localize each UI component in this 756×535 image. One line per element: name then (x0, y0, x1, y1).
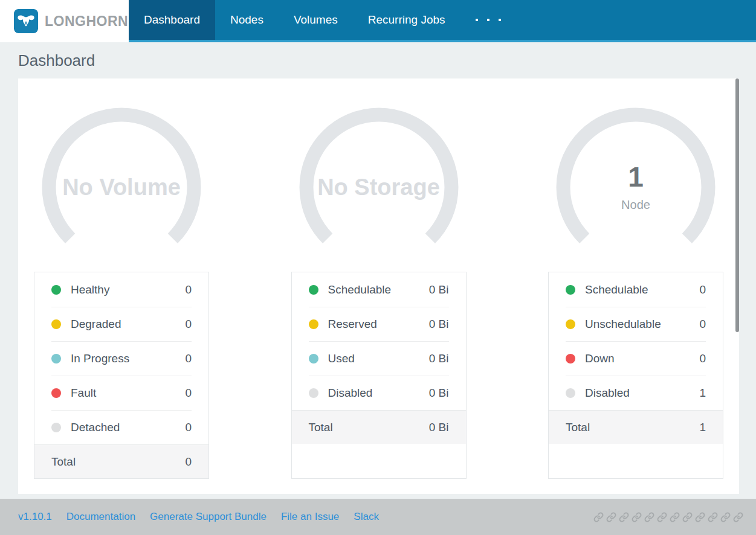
legend-row-used: Used 0 Bi (292, 341, 466, 376)
healthy-dot-icon (51, 285, 61, 295)
vertical-scrollbar-thumb[interactable] (735, 78, 739, 332)
legend-label: Disabled (328, 386, 429, 400)
link-icon[interactable] (733, 512, 743, 522)
reserved-dot-icon (309, 319, 318, 329)
link-icon[interactable] (720, 512, 731, 522)
legend-value: 0 (699, 318, 706, 331)
link-icon[interactable] (670, 512, 680, 522)
generate-support-bundle-link[interactable]: Generate Support Bundle (150, 511, 267, 523)
brand[interactable]: LONGHORN (0, 0, 129, 42)
slack-link[interactable]: Slack (354, 511, 379, 523)
legend-label: Fault (71, 386, 185, 400)
nav-tab-recurring-jobs[interactable]: Recurring Jobs (353, 0, 460, 40)
link-icon[interactable] (632, 512, 642, 522)
legend-value: 0 (185, 421, 192, 434)
nav-tab-dashboard[interactable]: Dashboard (129, 0, 215, 40)
node-count-value: 1 (628, 163, 644, 191)
legend-label: Down (585, 352, 699, 365)
legend-row-disabled: Disabled 1 (549, 376, 723, 410)
down-dot-icon (566, 354, 575, 364)
total-label: Total (566, 421, 590, 434)
link-icon[interactable] (657, 512, 667, 522)
used-dot-icon (309, 354, 318, 364)
app-header: LONGHORN Dashboard Nodes Volumes Recurri… (0, 0, 756, 42)
version-link[interactable]: v1.10.1 (18, 511, 52, 523)
file-an-issue-link[interactable]: File an Issue (281, 511, 339, 523)
legend-value: 0 Bi (429, 386, 449, 400)
page-title: Dashboard (18, 51, 95, 70)
volume-gauge-label: No Volume (62, 175, 181, 200)
link-icon[interactable] (606, 512, 616, 522)
legend-value: 0 Bi (429, 318, 449, 331)
legend-label: Detached (71, 421, 185, 434)
legend-label: Schedulable (585, 283, 699, 296)
legend-row-in-progress: In Progress 0 (34, 341, 208, 376)
total-value: 0 Bi (429, 421, 449, 434)
storage-gauge: No Storage (291, 103, 467, 272)
node-count-unit: Node (621, 198, 650, 212)
legend-value: 0 (185, 352, 192, 365)
page-head: Dashboard (0, 42, 756, 78)
nav-tab-volumes[interactable]: Volumes (279, 0, 353, 40)
storage-total-row: Total 0 Bi (292, 410, 466, 444)
legend-value: 0 (185, 318, 192, 331)
legend-row-fault: Fault 0 (34, 376, 208, 410)
legend-label: In Progress (71, 352, 185, 365)
legend-label: Reserved (328, 318, 429, 331)
legend-label: Unschedulable (585, 318, 699, 331)
legend-value: 1 (699, 386, 706, 400)
dashboard-card: No Volume No Storage (18, 78, 739, 494)
disabled-dot-icon (566, 388, 575, 398)
legend-label: Degraded (71, 318, 185, 331)
fault-dot-icon (51, 388, 61, 398)
legend-row-reserved: Reserved 0 Bi (292, 307, 466, 341)
legend-row-disabled: Disabled 0 Bi (292, 376, 466, 410)
disabled-dot-icon (309, 388, 318, 398)
legend-label: Disabled (585, 386, 699, 400)
legend-value: 0 (699, 352, 706, 365)
legend-value: 0 Bi (429, 283, 449, 296)
main-nav: Dashboard Nodes Volumes Recurring Jobs (129, 0, 756, 42)
schedulable-dot-icon (309, 285, 318, 295)
legend-value: 0 (185, 283, 192, 296)
brand-name: LONGHORN (45, 13, 128, 30)
footer-links: v1.10.1 Documentation Generate Support B… (18, 511, 379, 523)
documentation-link[interactable]: Documentation (66, 511, 135, 523)
nav-tab-nodes[interactable]: Nodes (215, 0, 279, 40)
legend-row-down: Down 0 (549, 341, 723, 376)
total-label: Total (309, 421, 333, 434)
legend-row-schedulable: Schedulable 0 (549, 272, 723, 307)
legend-row-schedulable: Schedulable 0 Bi (292, 272, 466, 307)
volume-total-row: Total 0 (34, 444, 208, 478)
link-icon[interactable] (619, 512, 629, 522)
ellipsis-menu-icon[interactable] (460, 0, 516, 40)
link-icon[interactable] (644, 512, 654, 522)
longhorn-bull-icon (14, 9, 38, 33)
legend-row-healthy: Healthy 0 (34, 272, 208, 307)
summary-panels: Healthy 0 Degraded 0 In Progress 0 Fault… (34, 272, 723, 479)
link-icon[interactable] (708, 512, 718, 522)
menu-dot (476, 19, 478, 21)
storage-summary-panel: Schedulable 0 Bi Reserved 0 Bi Used 0 Bi… (291, 272, 467, 479)
legend-row-unschedulable: Unschedulable 0 (549, 307, 723, 341)
legend-row-detached: Detached 0 (34, 410, 208, 444)
link-icon[interactable] (695, 512, 705, 522)
menu-dot (487, 19, 489, 21)
footer-link-icons (593, 512, 743, 522)
legend-value: 0 Bi (429, 352, 449, 365)
total-value: 0 (185, 455, 192, 469)
menu-dot (499, 19, 501, 21)
in-progress-dot-icon (51, 354, 61, 364)
link-icon[interactable] (682, 512, 693, 522)
link-icon[interactable] (593, 512, 604, 522)
volume-summary-panel: Healthy 0 Degraded 0 In Progress 0 Fault… (34, 272, 209, 479)
total-value: 1 (699, 421, 706, 434)
legend-label: Schedulable (328, 283, 429, 296)
detached-dot-icon (51, 423, 61, 432)
legend-value: 0 (185, 386, 192, 400)
gauge-row: No Volume No Storage (34, 103, 723, 272)
node-summary-panel: Schedulable 0 Unschedulable 0 Down 0 Dis… (548, 272, 723, 479)
unschedulable-dot-icon (566, 319, 575, 329)
total-label: Total (51, 455, 76, 469)
legend-row-degraded: Degraded 0 (34, 307, 208, 341)
